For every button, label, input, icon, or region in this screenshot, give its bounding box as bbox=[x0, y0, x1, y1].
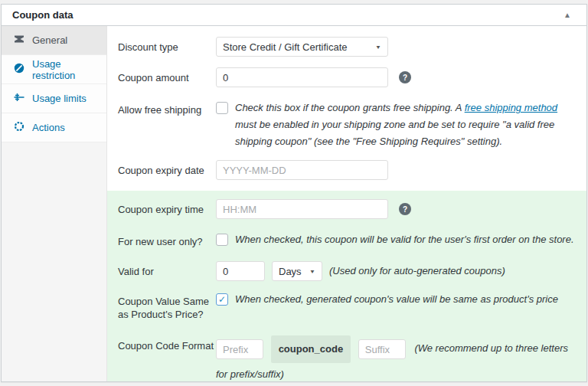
general-section: Discount type Store Credit / Gift Certif… bbox=[107, 26, 586, 191]
coupon-value-same-label: Coupon Value Same as Product's Price? bbox=[118, 291, 216, 321]
coupon-data-panel: Coupon data ▲ General Usage restriction bbox=[1, 4, 587, 382]
chevron-down-icon: ▼ bbox=[375, 44, 381, 50]
check-icon: ✓ bbox=[218, 295, 226, 304]
free-shipping-checkbox[interactable] bbox=[216, 102, 228, 114]
tab-usage-restriction[interactable]: Usage restriction bbox=[2, 55, 106, 84]
help-icon[interactable]: ? bbox=[399, 203, 411, 215]
coupon-expiry-date-label: Coupon expiry date bbox=[118, 160, 216, 177]
coupon-expiry-time-input[interactable] bbox=[216, 199, 388, 219]
smart-coupons-section: Coupon expiry time ? For new user only? … bbox=[107, 191, 586, 381]
tab-general-label: General bbox=[32, 34, 67, 46]
new-user-only-row: For new user only? When checked, this co… bbox=[118, 231, 576, 248]
new-user-only-checkbox[interactable] bbox=[216, 234, 228, 246]
ticket-icon bbox=[13, 33, 25, 47]
free-shipping-method-link[interactable]: free shipping method bbox=[465, 102, 557, 113]
coupon-expiry-time-label: Coupon expiry time bbox=[118, 199, 216, 216]
coupon-suffix-input[interactable] bbox=[358, 339, 406, 359]
coupon-value-same-checkbox[interactable]: ✓ bbox=[216, 293, 228, 306]
coupon-code-format-row: Coupon Code Format coupon_code (We recom… bbox=[118, 335, 576, 386]
allow-free-shipping-label: Allow free shipping bbox=[118, 100, 216, 116]
coupon-amount-label: Coupon amount bbox=[118, 67, 216, 84]
allow-free-shipping-row: Allow free shipping Check this box if th… bbox=[118, 100, 576, 150]
tab-general[interactable]: General bbox=[2, 26, 106, 55]
valid-for-unit-value: Days bbox=[279, 266, 302, 277]
free-shipping-description: Check this box if the coupon grants free… bbox=[235, 100, 567, 150]
valid-for-input[interactable] bbox=[216, 261, 265, 281]
coupon-form-content: Discount type Store Credit / Gift Certif… bbox=[107, 26, 586, 381]
valid-for-label: Valid for bbox=[118, 261, 216, 278]
coupon-code-format-label: Coupon Code Format bbox=[118, 335, 216, 352]
panel-body: General Usage restriction Usage limits A… bbox=[2, 26, 586, 381]
discount-type-label: Discount type bbox=[118, 37, 216, 54]
coupon-expiry-date-input[interactable] bbox=[216, 160, 388, 180]
discount-type-row: Discount type Store Credit / Gift Certif… bbox=[118, 37, 576, 57]
valid-for-row: Valid for Days ▼ (Used only for auto-gen… bbox=[118, 261, 576, 281]
coupon-code-format-fields: coupon_code (We recommend up to three le… bbox=[216, 335, 576, 386]
free-shipping-desc-pre: Check this box if the coupon grants free… bbox=[235, 102, 465, 113]
limits-icon bbox=[13, 91, 25, 106]
coupon-expiry-time-row: Coupon expiry time ? bbox=[118, 199, 576, 219]
coupon-expiry-date-row: Coupon expiry date bbox=[118, 160, 576, 180]
panel-header: Coupon data ▲ bbox=[2, 5, 586, 26]
discount-type-select[interactable]: Store Credit / Gift Certificate ▼ bbox=[216, 37, 388, 57]
tab-usage-limits-label: Usage limits bbox=[32, 93, 87, 104]
coupon-value-same-description: When checked, generated coupon's value w… bbox=[235, 291, 558, 308]
help-icon[interactable]: ? bbox=[399, 71, 411, 83]
coupon-code-static-chip: coupon_code bbox=[271, 335, 351, 363]
valid-for-unit-select[interactable]: Days ▼ bbox=[272, 261, 322, 281]
coupon-amount-input[interactable] bbox=[216, 67, 388, 87]
coupon-tabs-sidebar: General Usage restriction Usage limits A… bbox=[2, 26, 107, 381]
panel-title: Coupon data bbox=[11, 9, 73, 21]
collapse-toggle-icon[interactable]: ▲ bbox=[557, 9, 577, 21]
tab-actions-label: Actions bbox=[32, 122, 65, 133]
no-entry-icon bbox=[13, 62, 25, 77]
free-shipping-desc-post: must be enabled in your shipping zone an… bbox=[235, 119, 554, 147]
gear-icon bbox=[13, 120, 25, 135]
coupon-prefix-input[interactable] bbox=[216, 339, 263, 359]
tab-usage-limits[interactable]: Usage limits bbox=[2, 84, 106, 113]
new-user-only-label: For new user only? bbox=[118, 231, 216, 248]
tab-actions[interactable]: Actions bbox=[2, 113, 106, 142]
valid-for-note: (Used only for auto-generated coupons) bbox=[329, 261, 505, 281]
coupon-amount-row: Coupon amount ? bbox=[118, 67, 576, 87]
new-user-only-description: When checked, this coupon will be valid … bbox=[235, 231, 574, 248]
chevron-down-icon: ▼ bbox=[309, 268, 315, 274]
discount-type-selected-value: Store Credit / Gift Certificate bbox=[223, 41, 348, 53]
coupon-value-same-row: Coupon Value Same as Product's Price? ✓ … bbox=[118, 291, 576, 321]
tab-usage-restriction-label: Usage restriction bbox=[32, 58, 100, 81]
